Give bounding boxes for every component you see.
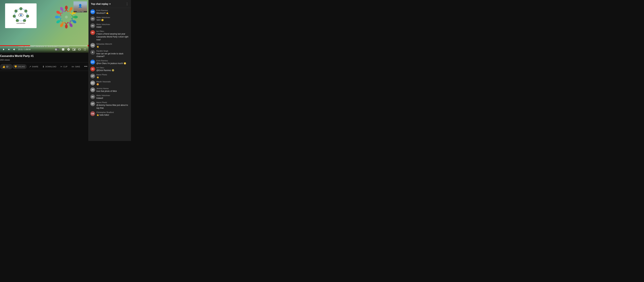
play-button[interactable]	[2, 48, 6, 51]
pip-camera: 👤 Sharan Foga	[74, 1, 87, 13]
message-content: Aleks Volochnev Indeed!	[96, 94, 129, 100]
chat-dropdown-icon[interactable]: ▾	[109, 3, 110, 5]
svg-point-10	[20, 15, 21, 16]
message-text: Woohoo!!! 🤙	[96, 12, 129, 15]
message-author: Aleks Volochnev	[96, 94, 129, 96]
message-text: Indeed!	[96, 97, 129, 100]
message-author: Aaron Ploetz	[96, 74, 129, 76]
download-button[interactable]: ⬇ DOWNLOAD	[41, 64, 58, 69]
time-display: 23:21 / 1:08:54	[18, 48, 30, 50]
message-content: Ion Olaru I have a friend wearing last y…	[96, 30, 129, 41]
chat-message: AV Aleks Volochnev Hiiiiiii!	[90, 23, 129, 29]
avatar: ER	[90, 9, 95, 14]
volume-button[interactable]	[12, 48, 16, 51]
settings-button[interactable]	[67, 48, 70, 51]
message-author: Sebastian Albrecht	[96, 43, 129, 45]
dislike-label: DISLIKE	[18, 66, 25, 68]
save-icon: ≡+	[72, 65, 74, 68]
message-content: Randhir Singh how can we get invite to s…	[96, 50, 129, 58]
message-content: Aaron Ploetz @Jeremy Hanna Was just abou…	[96, 101, 129, 109]
message-text: YAY! 🙂	[96, 19, 129, 22]
avatar: MV	[90, 81, 95, 85]
video-section: cassandra	[0, 0, 88, 141]
cassandra-logo: cassandra	[5, 4, 36, 28]
like-count: 12	[6, 65, 8, 68]
svg-point-52	[65, 16, 68, 18]
miniplayer-button[interactable]	[72, 48, 76, 51]
svg-point-16	[65, 6, 68, 10]
avatar: AP	[90, 101, 95, 106]
avatar: AV	[90, 23, 95, 28]
next-button[interactable]	[7, 48, 11, 51]
pip-person-visual: 👤	[74, 1, 87, 10]
avatar: R	[90, 50, 95, 55]
message-content: Maulin Vasavada 🤩	[96, 81, 129, 86]
save-label: SAVE	[75, 66, 80, 68]
chat-more-icon[interactable]: ⋮	[126, 2, 128, 6]
svg-line-44	[59, 17, 61, 19]
message-text: how can we get invite to slack channel?	[96, 52, 129, 58]
message-author: Erick Ramirez	[96, 60, 129, 62]
message-content: Christopher Bradford 👋 hello folks!	[96, 111, 129, 116]
chat-message: AP Aaron Ploetz 👋	[90, 74, 129, 79]
captions-button[interactable]	[61, 48, 65, 51]
chat-header: Top chat replay ▾ ⋮	[88, 0, 131, 8]
svg-point-43	[55, 16, 59, 18]
chat-message: AP Aaron Ploetz @Jeremy Hanna Was just a…	[90, 101, 129, 109]
video-views: 269 views	[0, 59, 88, 61]
fullscreen-button[interactable]	[83, 48, 87, 51]
more-options-button[interactable]: •••	[83, 64, 88, 69]
chat-message: AV Aleks Volochnev Indeed!	[90, 94, 129, 100]
svg-line-11	[19, 13, 20, 14]
chat-message: ER Erick Ramirez @Ion Olaru i'm jealous …	[90, 60, 129, 65]
message-author: Randhir Singh	[96, 50, 129, 52]
share-icon: ↗	[29, 65, 31, 68]
chat-message: IO Ion Olaru @Erick Ramirez 🤣	[90, 67, 129, 72]
avatar: AP	[90, 74, 95, 78]
svg-line-26	[72, 15, 74, 17]
video-background: cassandra	[0, 0, 88, 53]
chat-panel: Top chat replay ▾ ⋮ ER Erick Ramirez Woo…	[88, 0, 131, 141]
svg-line-14	[22, 13, 22, 14]
message-author: Aleks Volochnev	[96, 23, 129, 25]
download-label: DOWNLOAD	[45, 66, 56, 68]
chat-messages-list: ER Erick Ramirez Woohoo!!! 🤙 AV Aleks Vo…	[88, 8, 131, 141]
clip-label: CLIP	[63, 66, 67, 68]
clip-button[interactable]: ✂ CLIP	[59, 64, 69, 69]
avatar: ER	[90, 60, 95, 64]
svg-line-15	[22, 13, 22, 14]
share-label: SHARE	[32, 66, 38, 68]
message-author: Christopher Bradford	[96, 111, 129, 113]
like-dislike-group: 👍 12 👎 DISLIKE	[0, 64, 27, 69]
chat-message: AV Aleks Volochnev YAY! 🙂	[90, 16, 129, 22]
svg-line-35	[66, 22, 68, 24]
thumbs-down-icon: 👎	[14, 65, 17, 68]
message-text: love that photo of Mick	[96, 90, 129, 93]
main-layout: cassandra	[0, 0, 322, 141]
message-author: Jeremy Hanna	[96, 87, 129, 89]
like-button[interactable]: 👍 12	[0, 64, 12, 69]
svg-line-12	[20, 13, 20, 14]
message-content: Jeremy Hanna love that photo of Mick	[96, 87, 129, 93]
message-author: Aleks Volochnev	[96, 16, 129, 18]
svg-point-25	[74, 16, 78, 18]
avatar: AV	[90, 16, 95, 21]
avatar: JH	[90, 87, 95, 92]
video-info: Cassandra World Party #1 269 views	[0, 53, 88, 62]
subtitle-toggle[interactable]	[55, 48, 60, 51]
svg-point-34	[65, 24, 68, 29]
message-author: Ion Olaru	[96, 30, 129, 32]
message-text: @Ion Olaru i'm jealous much! 😁	[96, 62, 129, 65]
avatar: AV	[90, 94, 95, 99]
avatar: CB	[90, 111, 95, 116]
message-text: 👋	[96, 76, 129, 79]
save-button[interactable]: ≡+ SAVE	[70, 64, 82, 69]
clip-icon: ✂	[60, 65, 62, 68]
chat-title: Top chat replay	[91, 3, 108, 5]
like-divider	[10, 65, 10, 68]
chat-message: SA Sebastian Albrecht 👋	[90, 43, 129, 48]
share-button[interactable]: ↗ SHARE	[28, 64, 40, 69]
theater-button[interactable]	[78, 48, 81, 51]
download-icon: ⬇	[42, 65, 44, 68]
dislike-button[interactable]: 👎 DISLIKE	[12, 64, 26, 69]
